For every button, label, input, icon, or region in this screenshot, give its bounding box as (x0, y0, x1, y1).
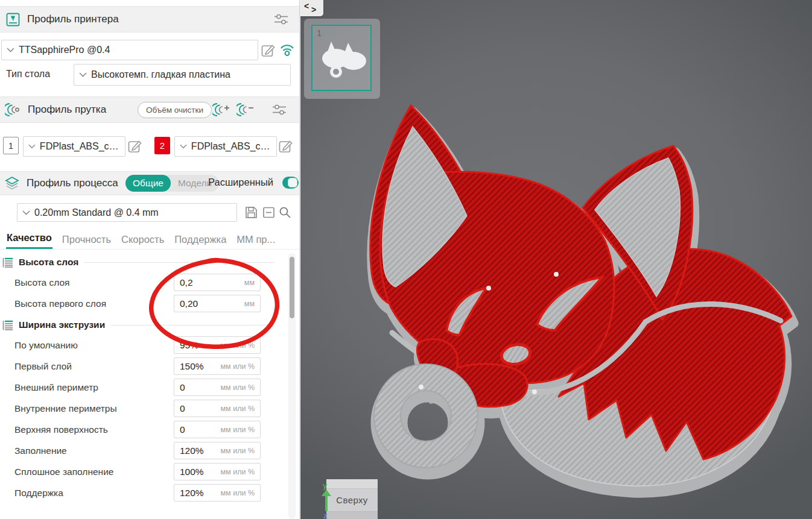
setting-input[interactable]: 120%мм или % (174, 442, 261, 459)
bed-type-value: Высокотемп. гладкая пластина (91, 69, 230, 80)
edit-filament-2-icon[interactable] (278, 139, 293, 154)
setting-unit: мм (244, 300, 255, 308)
setting-value: 0 (180, 403, 220, 414)
setting-row: Поддержка120%мм или % (0, 482, 288, 503)
chevron-down-icon (79, 72, 87, 77)
setting-label: Высота первого слоя (0, 298, 174, 309)
delete-preset-icon[interactable] (262, 206, 276, 219)
process-preset-select[interactable]: 0.20mm Standard @ 0.4 mm (17, 203, 237, 222)
setting-row: Первый слой150%мм или % (0, 356, 288, 377)
setting-input[interactable]: 0мм или % (174, 421, 261, 438)
setting-input[interactable]: 150%мм или % (174, 357, 261, 375)
section-title: Высота слоя (19, 257, 78, 268)
plate-thumbnail[interactable]: 1 (304, 19, 380, 99)
filament-profile-title: Профиль прутка (28, 104, 106, 116)
cube-top-face (326, 479, 378, 489)
setting-value: 0 (180, 382, 220, 393)
setting-unit: мм (244, 278, 255, 287)
setting-label: Верхняя поверхность (0, 424, 174, 435)
cube-bottom-face (326, 511, 378, 519)
printer-icon (6, 13, 20, 27)
setting-label: Внутренние периметры (0, 403, 174, 414)
add-filament-icon[interactable] (212, 102, 230, 118)
printer-settings-tune-icon[interactable] (273, 13, 289, 25)
filament-2-select[interactable]: FDPlast_ABS_coo... (174, 136, 277, 157)
filament-2-value: FDPlast_ABS_coo... (191, 141, 271, 152)
tab-Поддержка[interactable]: Поддержка (174, 234, 227, 249)
setting-row: Верхняя поверхность0мм или % (0, 419, 288, 440)
printer-profile-header: Профиль принтера (0, 6, 300, 33)
filament-icon (5, 102, 21, 117)
setting-label: Сплошное заполнение (0, 467, 174, 477)
setting-value: 95% (180, 340, 220, 351)
setting-row: Внутренние периметры0мм или % (0, 398, 288, 419)
section-header: Ширина экструзии (2, 315, 288, 335)
app-window: Профиль принтера TTSapphirePro @0.4 (0, 0, 812, 519)
fox-model[interactable] (370, 105, 793, 492)
flush-volume-button[interactable]: Объём очистки (138, 102, 212, 118)
setting-input[interactable]: 0мм или % (174, 400, 261, 417)
setting-unit: мм или % (220, 468, 255, 476)
view-label: Сверху (326, 489, 378, 511)
tab-bar: КачествоПрочностьСкоростьПоддержкаММ пр.… (0, 233, 300, 250)
search-preset-icon[interactable] (278, 206, 292, 219)
scope-toggle: Общие Модели (125, 175, 219, 192)
keyring (374, 364, 478, 468)
settings-panel: Профиль принтера TTSapphirePro @0.4 (0, 0, 300, 519)
section-title: Ширина экструзии (19, 319, 105, 330)
chevron-down-icon (7, 48, 14, 52)
setting-unit: мм или % (220, 426, 255, 434)
chevron-down-icon (22, 210, 30, 215)
bed-type-label: Тип стола (6, 69, 50, 80)
setting-label: Первый слой (0, 361, 174, 372)
setting-label: По умолчанию (0, 340, 174, 351)
setting-unit: мм или % (220, 362, 255, 371)
chevron-left-icon: < (304, 2, 309, 10)
tab-Качество[interactable]: Качество (6, 232, 52, 249)
setting-row: Высота слоя0,2мм (0, 272, 288, 293)
save-preset-icon[interactable] (244, 206, 258, 219)
setting-input[interactable]: 0,20мм (174, 295, 261, 312)
section-header: Высота слоя (2, 253, 288, 272)
setting-input[interactable]: 0,2мм (174, 274, 261, 291)
scope-global-segment[interactable]: Общие (125, 175, 171, 192)
switch-knob (288, 178, 297, 187)
setting-input[interactable]: 95%мм или % (174, 336, 261, 354)
setting-label: Высота слоя (0, 277, 174, 288)
setting-input[interactable]: 100%мм или % (174, 463, 261, 480)
advanced-switch[interactable] (282, 177, 299, 189)
edit-printer-icon[interactable] (261, 43, 276, 58)
view-orientation-cube[interactable]: Сверху (326, 479, 378, 519)
setting-unit: мм или % (220, 404, 255, 413)
chevron-down-icon (180, 144, 187, 149)
settings-scrollbar[interactable] (288, 253, 296, 519)
setting-input[interactable]: 120%мм или % (174, 484, 261, 502)
remove-filament-icon[interactable] (236, 102, 255, 118)
setting-input[interactable]: 0мм или % (174, 379, 261, 396)
filament-2-chip[interactable]: 2 (154, 137, 170, 154)
filament-1-chip[interactable]: 1 (3, 137, 19, 154)
collapse-panel-button[interactable]: < > (300, 0, 323, 16)
setting-value: 120% (180, 445, 220, 456)
section-layers-icon (2, 257, 14, 268)
scrollbar-thumb[interactable] (290, 257, 294, 318)
tab-Скорость[interactable]: Скорость (121, 234, 165, 249)
tab-ММ пр...[interactable]: ММ пр... (236, 234, 276, 249)
bed-type-select[interactable]: Высокотемп. гладкая пластина (74, 64, 291, 86)
process-preset-value: 0.20mm Standard @ 0.4 mm (34, 207, 159, 218)
section-rule (84, 262, 274, 263)
viewport-3d[interactable]: < > 1 Сверху (300, 0, 812, 519)
filament-1-value: FDPlast_ABS_coo... (40, 141, 120, 152)
setting-value: 120% (180, 488, 220, 499)
printer-preset-select[interactable]: TTSapphirePro @0.4 (1, 40, 258, 60)
printer-profile-title: Профиль принтера (27, 13, 119, 25)
filament-1-select[interactable]: FDPlast_ABS_coo... (23, 136, 125, 157)
setting-value: 0 (180, 424, 220, 435)
tab-Прочность[interactable]: Прочность (62, 234, 112, 249)
filament-settings-tune-icon[interactable] (271, 104, 287, 116)
process-profile-title: Профиль процесса (27, 177, 118, 189)
wifi-icon[interactable] (279, 43, 295, 57)
section-layers-icon (2, 319, 14, 331)
printer-preset-value: TTSapphirePro @0.4 (19, 45, 110, 55)
edit-filament-1-icon[interactable] (127, 139, 142, 154)
